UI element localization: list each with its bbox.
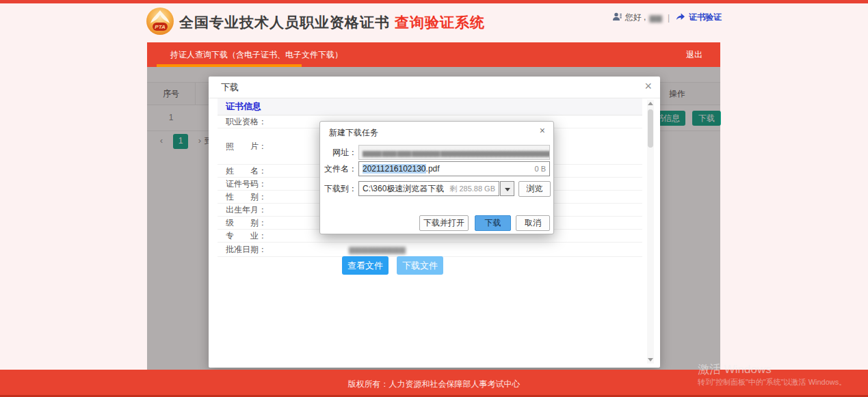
dialog-title: 新建下载任务 <box>329 127 378 139</box>
scrollbar-thumb[interactable] <box>648 109 653 148</box>
download-confirm-button[interactable]: 下载 <box>475 215 511 231</box>
field-label: 批准日期： <box>226 244 267 256</box>
scroll-down-icon[interactable] <box>648 358 653 361</box>
nav-tab-holder-query-download[interactable]: 持证人查询下载（含电子证书、电子文件下载） <box>170 42 343 67</box>
filename-extension: .pdf <box>426 164 440 174</box>
modal-scrollbar[interactable] <box>647 100 654 364</box>
url-value-redacted: ▆▆▆▆ ▆▆▆ ▆▆▆ ▆▆▆▆▆▆ ▆▆▆▆▆▆▆▆▆▆▆▆▆▆▆▆▆▆▆▆… <box>359 149 550 156</box>
filename-input[interactable]: 20211216102130 .pdf 0 B <box>358 161 550 176</box>
cert-verify-link[interactable]: 证书验证 <box>689 12 722 23</box>
field-label: 出生年月： <box>226 204 267 216</box>
field-label: 姓 名： <box>226 165 267 177</box>
brand: PTA 全国专业技术人员职业资格证书 查询验证系统 <box>146 7 485 38</box>
modal-close-icon[interactable]: × <box>644 80 652 92</box>
view-file-button[interactable]: 查看文件 <box>342 256 389 275</box>
dialog-close-icon[interactable]: × <box>540 125 545 136</box>
top-accent-strip <box>0 0 868 3</box>
chevron-down-icon <box>505 188 510 191</box>
field-label: 职业资格： <box>226 116 267 128</box>
free-space-label: 剩 285.88 GB <box>449 184 499 194</box>
pta-logo-icon: PTA <box>146 7 174 38</box>
page-title-accent: 查询验证系统 <box>395 13 485 32</box>
section-title: 证书信息 <box>218 98 642 115</box>
url-label: 网址： <box>327 145 357 160</box>
save-path-dropdown-button[interactable] <box>500 181 514 196</box>
navbar: 持证人查询下载（含电子证书、电子文件下载） 退出 <box>147 42 720 67</box>
logout-button[interactable]: 退出 <box>686 42 702 67</box>
field-row-approval-date: 批准日期： ▆▆▆▆▆▆▆▆▆ <box>218 243 642 257</box>
share-arrow-icon <box>675 12 685 23</box>
userbar-separator: | <box>668 13 670 23</box>
svg-text:PTA: PTA <box>155 24 166 30</box>
page-title-main: 全国专业技术人员职业资格证书 <box>179 13 390 32</box>
save-path-value: C:\360极速浏览器下载 <box>363 183 444 195</box>
filename-selected-text: 20211216102130 <box>363 164 426 174</box>
browse-button[interactable]: 浏览 <box>518 181 551 197</box>
url-input[interactable]: ▆▆▆▆ ▆▆▆ ▆▆▆ ▆▆▆▆▆▆ ▆▆▆▆▆▆▆▆▆▆▆▆▆▆▆▆▆▆▆▆… <box>358 145 550 160</box>
field-label: 性 别： <box>226 191 267 203</box>
download-and-open-button[interactable]: 下载并打开 <box>419 215 469 231</box>
download-file-button[interactable]: 下载文件 <box>397 256 443 275</box>
windows-activation-watermark-line2: 转到"控制面板"中的"系统"以激活 Windows。 <box>698 377 846 387</box>
modal-titlebar: 下载 × <box>209 77 660 98</box>
windows-activation-watermark-line1: 激活 Windows <box>698 361 772 377</box>
new-download-task-dialog: 新建下载任务 × 网址： ▆▆▆▆ ▆▆▆ ▆▆▆ ▆▆▆▆▆▆ ▆▆▆▆▆▆▆… <box>319 121 554 234</box>
save-to-label: 下载到： <box>324 181 357 196</box>
field-label: 专 业： <box>226 230 267 242</box>
field-label: 证件号码： <box>226 178 267 190</box>
modal-title: 下载 <box>221 77 239 98</box>
user-bar: 您好 , ▆▆ | 证书验证 <box>612 12 722 23</box>
field-label: 照 片： <box>226 141 267 152</box>
screen: PTA 全国专业技术人员职业资格证书 查询验证系统 您好 , ▆▆ | 证书验证… <box>0 0 868 397</box>
filename-label: 文件名： <box>324 161 357 176</box>
greeting-text: 您好 , <box>625 12 646 23</box>
file-size-label: 0 B <box>534 165 549 173</box>
scroll-up-icon[interactable] <box>648 102 653 105</box>
approval-date-value-redacted: ▆▆▆▆▆▆▆▆▆ <box>349 245 406 254</box>
user-icon <box>612 12 622 23</box>
save-path-combobox[interactable]: C:\360极速浏览器下载 剩 285.88 GB <box>358 181 499 196</box>
username-redacted: ▆▆ <box>649 13 661 23</box>
cancel-button[interactable]: 取消 <box>516 215 550 231</box>
field-label: 级 别： <box>226 217 267 229</box>
